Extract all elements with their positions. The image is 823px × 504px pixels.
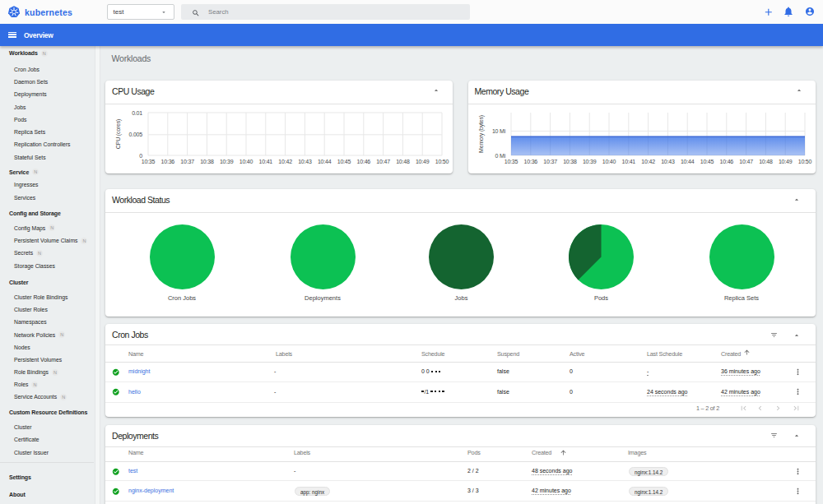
svg-text:10:41: 10:41 <box>621 159 635 164</box>
svg-text:10:35: 10:35 <box>142 159 156 164</box>
svg-text:Memory (bytes): Memory (bytes) <box>478 115 485 153</box>
svg-text:10:38: 10:38 <box>563 159 577 164</box>
svg-text:10:42: 10:42 <box>278 159 292 164</box>
svg-text:10:42: 10:42 <box>641 159 655 164</box>
svg-text:0.01: 0.01 <box>132 110 142 116</box>
svg-text:10:38: 10:38 <box>200 159 214 164</box>
svg-text:10:39: 10:39 <box>220 159 234 164</box>
svg-text:10:37: 10:37 <box>180 159 194 164</box>
svg-text:10:37: 10:37 <box>543 159 557 164</box>
svg-text:10:43: 10:43 <box>298 159 312 164</box>
svg-text:0 Mi: 0 Mi <box>495 153 505 159</box>
svg-text:CPU (cores): CPU (cores) <box>115 119 122 149</box>
svg-text:0.005: 0.005 <box>128 132 142 137</box>
svg-text:10:35: 10:35 <box>504 159 518 164</box>
svg-text:10:45: 10:45 <box>337 159 351 164</box>
svg-text:10:39: 10:39 <box>582 159 596 164</box>
svg-text:10:44: 10:44 <box>318 159 332 164</box>
svg-text:10:46: 10:46 <box>357 159 371 164</box>
svg-text:10:36: 10:36 <box>161 159 175 164</box>
svg-text:10:47: 10:47 <box>739 159 753 164</box>
svg-text:10:46: 10:46 <box>719 159 733 164</box>
svg-text:10:40: 10:40 <box>239 159 253 164</box>
svg-text:0: 0 <box>139 153 142 159</box>
svg-text:10:41: 10:41 <box>259 159 273 164</box>
svg-text:10:47: 10:47 <box>376 159 390 164</box>
svg-text:10:48: 10:48 <box>396 159 410 164</box>
svg-text:10:44: 10:44 <box>680 159 694 164</box>
svg-text:10:40: 10:40 <box>602 159 616 164</box>
svg-text:10:45: 10:45 <box>700 159 714 164</box>
svg-text:10:43: 10:43 <box>661 159 675 164</box>
svg-text:10:48: 10:48 <box>759 159 773 164</box>
svg-text:10:49: 10:49 <box>416 159 430 164</box>
svg-text:10:50: 10:50 <box>797 159 811 164</box>
svg-text:10:50: 10:50 <box>435 159 449 164</box>
svg-text:10 Mi: 10 Mi <box>491 128 505 134</box>
svg-text:10:36: 10:36 <box>523 159 537 164</box>
svg-text:10:49: 10:49 <box>778 159 792 164</box>
